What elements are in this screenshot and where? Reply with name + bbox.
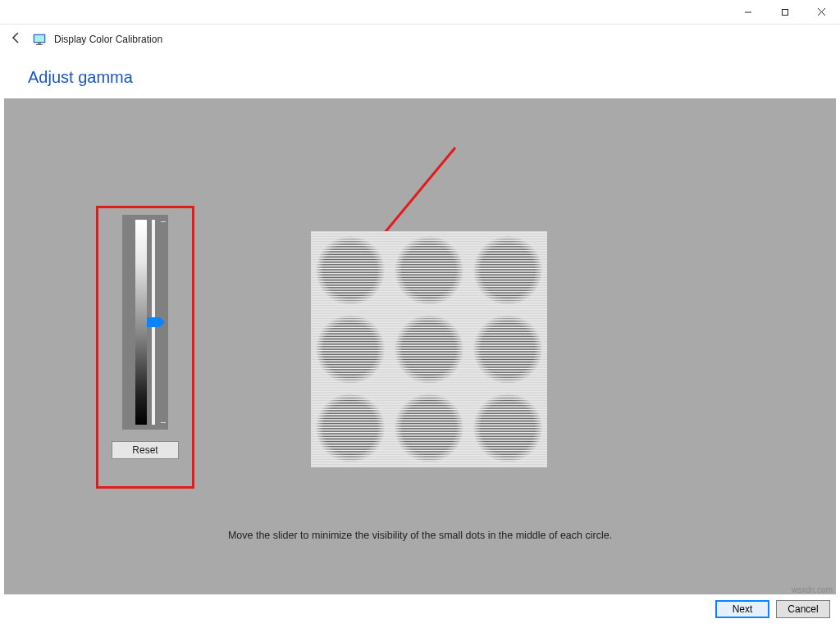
gamma-gradient-strip (135, 220, 147, 425)
window-header: Display Color Calibration (0, 25, 840, 53)
close-button[interactable] (803, 0, 840, 24)
gamma-slider-container (122, 215, 168, 430)
gamma-slider-highlight: Reset (96, 206, 194, 489)
maximize-button[interactable] (766, 0, 803, 24)
gamma-circle (316, 315, 385, 384)
cancel-button[interactable]: Cancel (776, 600, 830, 618)
minimize-button[interactable] (729, 0, 766, 24)
app-title: Display Color Calibration (54, 34, 162, 45)
gamma-slider-track[interactable] (152, 220, 155, 425)
minimize-icon (744, 8, 752, 16)
gamma-circle (473, 315, 542, 384)
close-icon (817, 7, 826, 16)
main-content: Reset Move the slider to minimize the vi… (4, 98, 836, 594)
gamma-circle (395, 394, 463, 462)
back-button[interactable] (8, 31, 25, 48)
window-titlebar (0, 0, 840, 25)
gamma-slider-thumb[interactable] (147, 317, 160, 327)
gamma-circle (395, 315, 463, 384)
slider-tick-min (161, 422, 166, 423)
maximize-icon (781, 8, 789, 16)
page-heading: Adjust gamma (0, 53, 840, 98)
next-button[interactable]: Next (715, 600, 769, 618)
wizard-footer: Next Cancel (0, 590, 840, 628)
svg-rect-1 (782, 9, 788, 15)
gamma-circle (473, 236, 542, 305)
slider-tick-max (161, 221, 166, 222)
instruction-text: Move the slider to minimize the visibili… (4, 530, 836, 541)
gamma-test-pattern (311, 231, 547, 467)
back-arrow-icon (10, 31, 23, 44)
reset-button[interactable]: Reset (112, 441, 179, 459)
svg-rect-7 (36, 44, 43, 45)
gamma-circle (473, 394, 542, 462)
svg-rect-6 (38, 43, 41, 44)
gamma-circle (316, 394, 385, 462)
gamma-circle (316, 236, 385, 305)
svg-rect-5 (34, 35, 44, 42)
app-icon (33, 33, 46, 46)
gamma-circle (395, 236, 463, 305)
